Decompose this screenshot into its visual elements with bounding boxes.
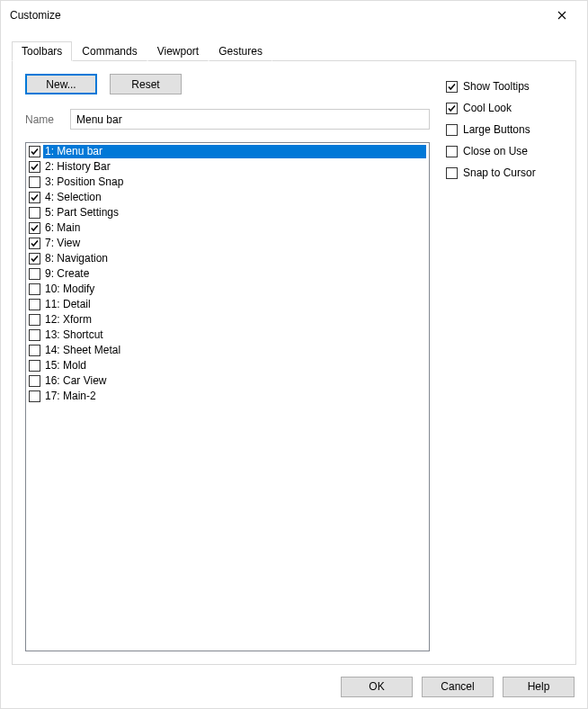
list-item-label: 9: Create [43, 267, 426, 281]
checkbox[interactable] [29, 345, 40, 356]
close-button[interactable] [544, 3, 580, 28]
checkbox[interactable] [29, 299, 40, 310]
list-item[interactable]: 2: History Bar [27, 159, 428, 175]
list-item[interactable]: 7: View [27, 236, 428, 251]
list-item[interactable]: 9: Create [27, 266, 428, 282]
list-item-label: 10: Modify [43, 283, 426, 296]
toolbar-listbox[interactable]: 1: Menu bar2: History Bar3: Position Sna… [25, 142, 430, 651]
list-item[interactable]: 6: Main [27, 220, 428, 236]
checkbox[interactable] [29, 375, 40, 387]
window-title: Customize [10, 9, 544, 22]
list-item[interactable]: 4: Selection [27, 190, 428, 205]
list-item[interactable]: 12: Xform [27, 312, 428, 328]
list-item-label: 12: Xform [43, 313, 426, 327]
new-button[interactable]: New... [25, 74, 97, 94]
list-item-label: 15: Mold [43, 359, 426, 372]
checkbox[interactable] [29, 176, 40, 188]
checkbox[interactable] [29, 161, 40, 173]
customize-dialog: Customize ToolbarsCommandsViewportGestur… [0, 0, 588, 709]
reset-button[interactable]: Reset [110, 74, 182, 94]
list-item-label: 3: Position Snap [43, 175, 426, 189]
dialog-footer: OK Cancel Help [1, 665, 587, 708]
checkbox[interactable] [446, 124, 458, 136]
option-show-tooltips[interactable]: Show Tooltips [446, 76, 563, 97]
checkbox[interactable] [29, 390, 40, 402]
checkbox[interactable] [29, 268, 40, 280]
list-item[interactable]: 16: Car View [27, 373, 428, 389]
cancel-button[interactable]: Cancel [422, 677, 494, 697]
tab-panel-toolbars: New... Reset Name 1: Menu bar2: History … [12, 60, 576, 665]
list-item[interactable]: 10: Modify [27, 282, 428, 297]
tab-toolbars[interactable]: Toolbars [12, 41, 72, 61]
option-label: Show Tooltips [463, 80, 530, 93]
checkbox[interactable] [29, 360, 40, 372]
titlebar: Customize [1, 1, 587, 30]
list-item-label: 13: Shortcut [43, 328, 426, 342]
left-column: New... Reset Name 1: Menu bar2: History … [25, 74, 430, 651]
name-row: Name [25, 109, 430, 130]
list-item-label: 16: Car View [43, 374, 426, 388]
checkbox[interactable] [446, 81, 458, 93]
option-cool-look[interactable]: Cool Look [446, 97, 563, 119]
option-label: Close on Use [463, 145, 528, 157]
option-label: Large Buttons [463, 123, 530, 136]
checkbox[interactable] [29, 329, 40, 341]
checkbox[interactable] [29, 283, 40, 295]
option-close-on-use[interactable]: Close on Use [446, 140, 563, 162]
option-label: Snap to Cursor [463, 166, 536, 179]
checkbox[interactable] [29, 253, 40, 265]
tab-gestures[interactable]: Gestures [209, 41, 272, 61]
list-item[interactable]: 13: Shortcut [27, 328, 428, 343]
list-item-label: 2: History Bar [43, 160, 426, 174]
checkbox[interactable] [29, 314, 40, 326]
close-icon [557, 11, 566, 20]
button-row: New... Reset [25, 74, 430, 94]
tab-commands[interactable]: Commands [72, 41, 147, 61]
name-label: Name [25, 113, 70, 126]
checkbox[interactable] [446, 103, 458, 114]
list-item[interactable]: 1: Menu bar [27, 144, 428, 159]
checkbox[interactable] [446, 167, 458, 179]
name-input[interactable] [70, 109, 430, 130]
tab-container: ToolbarsCommandsViewportGestures New... … [1, 30, 587, 665]
checkbox[interactable] [29, 207, 40, 219]
tab-strip: ToolbarsCommandsViewportGestures [12, 40, 576, 60]
list-item-label: 1: Menu bar [43, 145, 426, 158]
list-item-label: 7: View [43, 237, 426, 250]
checkbox[interactable] [29, 238, 40, 249]
list-item-label: 6: Main [43, 221, 426, 235]
checkbox[interactable] [29, 192, 40, 203]
list-item[interactable]: 15: Mold [27, 358, 428, 373]
list-item[interactable]: 14: Sheet Metal [27, 343, 428, 358]
options-column: Show TooltipsCool LookLarge ButtonsClose… [446, 74, 563, 651]
tab-viewport[interactable]: Viewport [147, 41, 209, 61]
checkbox[interactable] [29, 146, 40, 157]
option-large-buttons[interactable]: Large Buttons [446, 119, 563, 140]
list-item-label: 8: Navigation [43, 252, 426, 265]
checkbox[interactable] [29, 222, 40, 234]
checkbox[interactable] [446, 146, 458, 157]
list-item-label: 17: Main-2 [43, 390, 426, 403]
option-snap-to-cursor[interactable]: Snap to Cursor [446, 162, 563, 184]
list-item[interactable]: 8: Navigation [27, 251, 428, 266]
ok-button[interactable]: OK [341, 677, 413, 697]
help-button[interactable]: Help [503, 677, 575, 697]
list-item-label: 11: Detail [43, 298, 426, 311]
list-item-label: 5: Part Settings [43, 206, 426, 220]
list-item[interactable]: 17: Main-2 [27, 389, 428, 404]
list-item-label: 14: Sheet Metal [43, 344, 426, 357]
list-item[interactable]: 11: Detail [27, 297, 428, 312]
list-item-label: 4: Selection [43, 191, 426, 204]
list-item[interactable]: 3: Position Snap [27, 175, 428, 190]
option-label: Cool Look [463, 102, 512, 114]
list-item[interactable]: 5: Part Settings [27, 205, 428, 220]
